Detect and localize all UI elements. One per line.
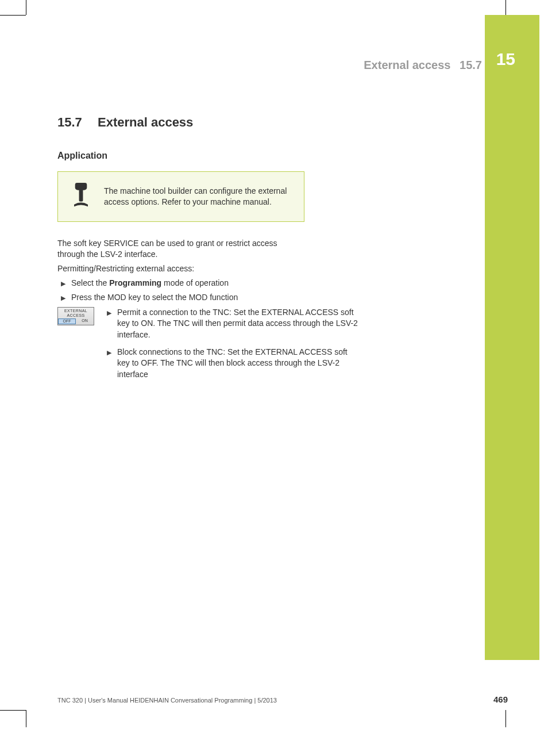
softkey-row: EXTERNAL ACCESS OFF ON ▶ Permit a connec… xyxy=(57,307,362,384)
chapter-tab: 15 xyxy=(485,15,539,660)
list-item: ▶ Press the MOD key to select the MOD fu… xyxy=(57,292,304,304)
list-item: ▶ Select the Programming mode of operati… xyxy=(57,278,304,289)
note-box: The machine tool builder can configure t… xyxy=(57,171,304,222)
softkey-label-line: ACCESS xyxy=(58,313,94,318)
triangle-icon: ▶ xyxy=(61,278,71,289)
content-area: 15.7External access Application The mach… xyxy=(57,115,460,383)
softkey-external-access: EXTERNAL ACCESS OFF ON xyxy=(57,307,94,325)
crop-mark xyxy=(26,710,26,727)
section-title: External access xyxy=(98,115,193,129)
subheading-application: Application xyxy=(57,151,460,161)
crop-mark xyxy=(0,15,26,28)
softkey-toggle: OFF ON xyxy=(58,318,94,324)
footer-text: TNC 320 | User's Manual HEIDENHAIN Conve… xyxy=(57,697,277,704)
running-head-number: 15.7 xyxy=(460,59,482,71)
triangle-icon: ▶ xyxy=(61,292,71,304)
section-number: 15.7 xyxy=(57,115,98,130)
list-item-text: Select the Programming mode of operation xyxy=(71,278,229,289)
machine-icon xyxy=(58,183,104,210)
section-heading: 15.7External access xyxy=(57,115,460,130)
triangle-icon: ▶ xyxy=(107,347,117,381)
list-item: ▶ Permit a connection to the TNC: Set th… xyxy=(107,307,362,341)
note-text: The machine tool builder can configure t… xyxy=(104,186,304,208)
crop-mark xyxy=(505,0,506,15)
list-item-text: Block connections to the TNC: Set the EX… xyxy=(117,347,362,381)
manual-page: 15 External access 15.7 15.7External acc… xyxy=(0,0,548,756)
softkey-label-line: EXTERNAL xyxy=(58,309,94,313)
page-number: 469 xyxy=(493,694,508,704)
paragraph: The soft key SERVICE can be used to gran… xyxy=(57,238,304,260)
crop-mark xyxy=(0,710,26,711)
softkey-on: ON xyxy=(76,318,94,324)
softkey-description: ▶ Permit a connection to the TNC: Set th… xyxy=(107,307,362,384)
running-head: External access 15.7 xyxy=(364,59,482,72)
list-item: ▶ Block connections to the TNC: Set the … xyxy=(107,347,362,381)
crop-mark xyxy=(26,0,26,15)
list-item-text: Press the MOD key to select the MOD func… xyxy=(71,292,238,304)
paragraph: Permitting/Restricting external access: xyxy=(57,263,304,274)
page-footer: TNC 320 | User's Manual HEIDENHAIN Conve… xyxy=(57,694,508,704)
list-item-text: Permit a connection to the TNC: Set the … xyxy=(117,307,362,341)
softkey-off: OFF xyxy=(58,318,76,324)
chapter-number: 15 xyxy=(496,49,515,69)
crop-mark xyxy=(505,710,506,727)
triangle-icon: ▶ xyxy=(107,307,117,341)
running-head-title: External access xyxy=(364,59,450,71)
